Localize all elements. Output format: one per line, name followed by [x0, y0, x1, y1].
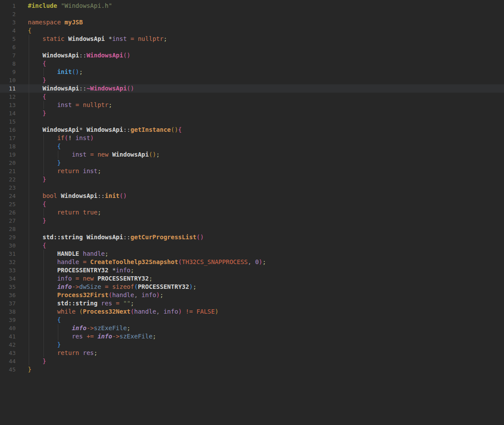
code-line[interactable]: 6 [0, 43, 504, 51]
line-number[interactable]: 12 [0, 93, 16, 101]
code-line[interactable]: 9 init(); [0, 68, 504, 76]
line-number[interactable]: 45 [0, 365, 16, 374]
line-number[interactable]: 15 [0, 117, 16, 126]
code-line[interactable]: 12 { [0, 93, 504, 101]
code-line[interactable]: 17 if(! inst) [0, 134, 504, 142]
code-line[interactable]: 28 [0, 225, 504, 233]
code-line[interactable]: 3namespace myJSB [0, 18, 504, 27]
code-line[interactable]: 8 { [0, 60, 504, 68]
line-number[interactable]: 32 [0, 258, 16, 266]
code-text[interactable]: return inst; [28, 167, 101, 175]
code-line[interactable]: 25 { [0, 200, 504, 208]
line-number[interactable]: 10 [0, 76, 16, 84]
line-number[interactable]: 44 [0, 357, 16, 365]
code-line[interactable]: 38 while (Process32Next(handle, info) !=… [0, 308, 504, 316]
code-text[interactable]: Process32First(handle, info); [28, 291, 164, 299]
line-number[interactable]: 29 [0, 233, 16, 241]
code-line[interactable]: 21 return inst; [0, 167, 504, 175]
code-text[interactable]: namespace myJSB [28, 18, 83, 27]
line-number[interactable]: 2 [0, 10, 16, 18]
line-number[interactable]: 36 [0, 291, 16, 299]
code-line[interactable]: 10 } [0, 76, 504, 84]
code-line[interactable]: 18 { [0, 142, 504, 151]
line-number[interactable]: 43 [0, 349, 16, 357]
line-number[interactable]: 3 [0, 18, 16, 27]
code-line[interactable]: 42 } [0, 341, 504, 349]
line-number[interactable]: 30 [0, 241, 16, 250]
line-number[interactable]: 40 [0, 324, 16, 332]
code-line[interactable]: 40 info->szExeFile; [0, 324, 504, 332]
code-text[interactable]: WindowsApi* WindowsApi::getInstance(){ [28, 126, 182, 134]
code-line[interactable]: 39 { [0, 316, 504, 324]
code-line[interactable]: 44 } [0, 357, 504, 365]
code-line[interactable]: 30 { [0, 241, 504, 250]
line-number[interactable]: 24 [0, 192, 16, 200]
line-number[interactable]: 42 [0, 341, 16, 349]
code-line[interactable]: 16 WindowsApi* WindowsApi::getInstance()… [0, 126, 504, 134]
code-line[interactable]: 1#include "WindowsApi.h" [0, 2, 504, 10]
code-text[interactable]: } [28, 217, 46, 225]
code-text[interactable]: inst = new WindowsApi(); [28, 151, 160, 159]
line-number[interactable]: 28 [0, 225, 16, 233]
code-line[interactable]: 35 info->dwSize = sizeof(PROCESSENTRY32)… [0, 283, 504, 291]
code-text[interactable]: #include "WindowsApi.h" [28, 2, 112, 10]
code-text[interactable]: { [28, 316, 61, 324]
code-text[interactable]: res += info->szExeFile; [28, 332, 156, 341]
code-line[interactable]: 2 [0, 10, 504, 18]
code-text[interactable]: handle = CreateToolhelp32Snapshot(TH32CS… [28, 258, 266, 266]
code-line[interactable]: 19 inst = new WindowsApi(); [0, 151, 504, 159]
code-line[interactable]: 29 std::string WindowsApi::getCurProgres… [0, 233, 504, 241]
code-line[interactable]: 33 PROCESSENTRY32 *info; [0, 266, 504, 274]
code-text[interactable]: } [28, 159, 61, 167]
code-line[interactable]: 34 info = new PROCESSENTRY32; [0, 274, 504, 283]
code-text[interactable]: inst = nullptr; [28, 101, 112, 109]
line-number[interactable]: 17 [0, 134, 16, 142]
line-number[interactable]: 25 [0, 200, 16, 208]
line-number[interactable]: 11 [0, 84, 16, 93]
line-number[interactable]: 22 [0, 175, 16, 184]
code-text[interactable]: { [28, 27, 31, 35]
line-number[interactable]: 27 [0, 217, 16, 225]
code-line[interactable]: 4{ [0, 27, 504, 35]
code-line[interactable]: 15 [0, 117, 504, 126]
code-line[interactable]: 22 } [0, 175, 504, 184]
code-text[interactable]: WindowsApi::WindowsApi() [28, 51, 130, 60]
line-number[interactable]: 33 [0, 266, 16, 274]
code-text[interactable]: } [28, 341, 61, 349]
code-text[interactable]: } [28, 175, 46, 184]
code-text[interactable]: { [28, 142, 61, 151]
code-line[interactable]: 37 std::string res = ""; [0, 299, 504, 308]
line-number[interactable]: 14 [0, 109, 16, 117]
line-number[interactable]: 39 [0, 316, 16, 324]
code-text[interactable]: { [28, 93, 46, 101]
code-line[interactable]: 36 Process32First(handle, info); [0, 291, 504, 299]
code-text[interactable]: init(); [28, 68, 83, 76]
line-number[interactable]: 4 [0, 27, 16, 35]
code-line[interactable]: 26 return true; [0, 208, 504, 217]
line-number[interactable]: 38 [0, 308, 16, 316]
line-number[interactable]: 21 [0, 167, 16, 175]
code-line[interactable]: 31 HANDLE handle; [0, 250, 504, 258]
code-text[interactable]: { [28, 241, 46, 250]
code-line[interactable]: 32 handle = CreateToolhelp32Snapshot(TH3… [0, 258, 504, 266]
code-text[interactable]: } [28, 357, 46, 365]
line-number[interactable]: 37 [0, 299, 16, 308]
code-text[interactable]: WindowsApi::~WindowsApi() [28, 84, 134, 93]
code-text[interactable]: bool WindowsApi::init() [28, 192, 127, 200]
code-text[interactable]: { [28, 60, 46, 68]
line-number[interactable]: 23 [0, 184, 16, 192]
line-number[interactable]: 16 [0, 126, 16, 134]
line-number[interactable]: 13 [0, 101, 16, 109]
code-line[interactable]: 24 bool WindowsApi::init() [0, 192, 504, 200]
code-text[interactable]: } [28, 109, 46, 117]
code-line[interactable]: 20 } [0, 159, 504, 167]
line-number[interactable]: 41 [0, 332, 16, 341]
line-number[interactable]: 34 [0, 274, 16, 283]
code-text[interactable]: info = new PROCESSENTRY32; [28, 274, 153, 283]
code-line[interactable]: 11 WindowsApi::~WindowsApi() [0, 84, 504, 93]
code-text[interactable]: } [28, 365, 31, 374]
code-text[interactable]: { [28, 200, 46, 208]
code-text[interactable]: while (Process32Next(handle, info) != FA… [28, 308, 218, 316]
code-text[interactable]: HANDLE handle; [28, 250, 108, 258]
line-number[interactable]: 5 [0, 35, 16, 43]
